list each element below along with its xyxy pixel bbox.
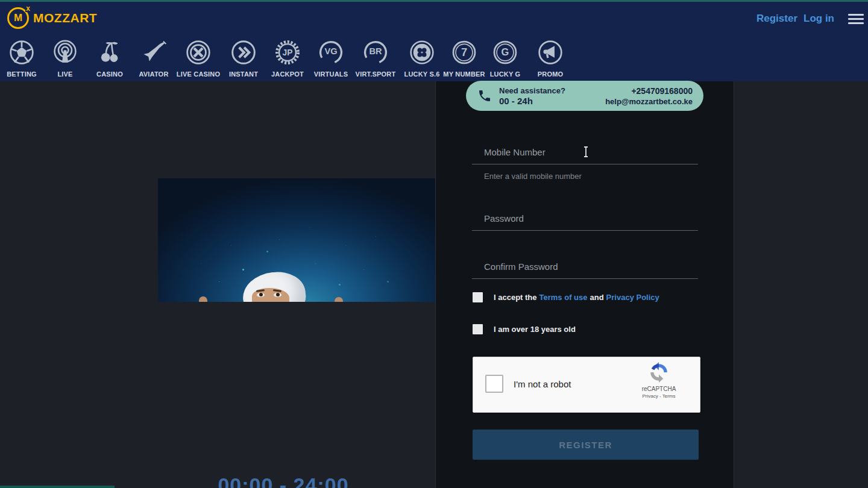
terms-label: I accept the Terms of use and Privacy Po…: [494, 293, 659, 302]
password-input[interactable]: [472, 207, 698, 231]
registration-panel: Enter a valid mobile number I accept the…: [435, 81, 734, 488]
recaptcha-label: I'm not a robot: [514, 379, 571, 389]
header: M x MOZZART Register Log in BETTING: [0, 2, 868, 81]
svg-text:G: G: [502, 46, 509, 57]
terms-checkbox[interactable]: [473, 292, 483, 302]
recaptcha-widget: I'm not a robot reCAPTCHA Privacy - Term…: [473, 357, 700, 413]
assistance-banner: Need assistance? 00 - 24h +254709168000 …: [466, 81, 703, 111]
hamburger-menu-icon[interactable]: [848, 14, 864, 24]
register-link[interactable]: Register: [756, 13, 797, 25]
svg-text:7: 7: [461, 46, 467, 58]
page: M x MOZZART Register Log in BETTING: [0, 0, 868, 488]
assistance-phone: +254709168000: [605, 86, 693, 96]
recaptcha-checkbox[interactable]: [485, 375, 503, 393]
logo-letter: M: [14, 12, 22, 24]
age-label: I am over 18 years old: [494, 325, 576, 334]
privacy-policy-link[interactable]: Privacy Policy: [606, 293, 659, 302]
recaptcha-icon: [649, 362, 669, 383]
svg-text:BR: BR: [369, 46, 382, 56]
finger-left: [199, 296, 207, 302]
logo-star: x: [25, 5, 31, 12]
assistance-email: help@mozzartbet.co.ke: [605, 97, 693, 106]
mobile-helper-text: Enter a valid mobile number: [484, 172, 582, 181]
confirm-password-input[interactable]: [472, 255, 698, 279]
sparkles-decoration: [158, 178, 160, 180]
brand-name: MOZZART: [33, 11, 97, 25]
svg-text:VG: VG: [324, 46, 337, 56]
recaptcha-terms-links[interactable]: Privacy - Terms: [626, 393, 691, 399]
text-cursor: [582, 146, 590, 158]
carousel-progress-bar: [0, 486, 115, 488]
recaptcha-logo: reCAPTCHA Privacy - Terms: [626, 362, 691, 399]
finger-right: [335, 297, 343, 302]
terms-of-use-link[interactable]: Terms of use: [539, 293, 588, 302]
hero-photo: [158, 178, 440, 302]
megaphone-icon: [523, 38, 577, 67]
nav-item-promo[interactable]: PROMO: [523, 38, 577, 78]
mozzart-logo-icon: M x: [7, 7, 29, 29]
login-link[interactable]: Log in: [804, 13, 834, 25]
age-checkbox[interactable]: [473, 324, 483, 334]
phone-icon: [477, 89, 492, 103]
assistance-left: Need assistance? 00 - 24h: [499, 86, 565, 106]
terms-checkbox-row[interactable]: I accept the Terms of use and Privacy Po…: [473, 292, 659, 302]
opening-hours-text: 00:00 - 24:00: [163, 474, 404, 488]
assistance-right: +254709168000 help@mozzartbet.co.ke: [605, 86, 693, 106]
register-button[interactable]: REGISTER: [473, 430, 699, 460]
svg-text:JP: JP: [283, 48, 293, 57]
age-checkbox-row[interactable]: I am over 18 years old: [473, 324, 576, 334]
brand-logo[interactable]: M x MOZZART: [7, 7, 97, 29]
